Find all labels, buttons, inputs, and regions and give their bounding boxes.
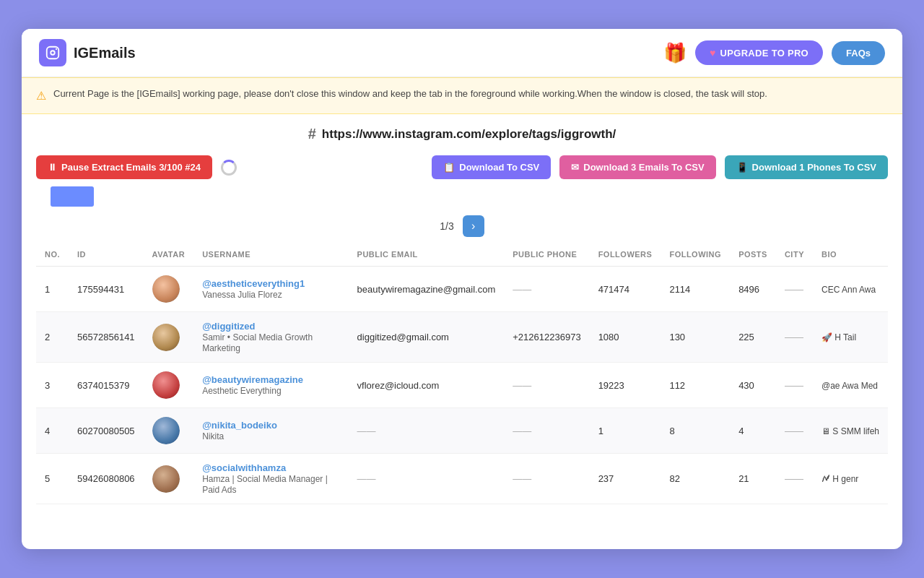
table-row: 4 60270080505 @nikita_bodeiko Nikita —— …	[36, 408, 888, 454]
cell-city: ——	[776, 312, 813, 363]
cell-city: ——	[776, 363, 813, 408]
cell-phone: ——	[504, 267, 589, 312]
cell-posts: 8496	[730, 267, 776, 312]
username-link[interactable]: @diggitized	[202, 321, 339, 332]
cell-username: @nikita_bodeiko Nikita	[193, 408, 348, 454]
cell-followers: 1080	[590, 312, 661, 363]
col-email: PUBLIC EMAIL	[349, 243, 505, 267]
cell-no: 4	[36, 408, 69, 454]
cell-id: 175594431	[69, 267, 144, 312]
col-bio: BIO	[813, 243, 888, 267]
header: IGEmails 🎁 ♥ UPGRADE TO PRO FAQs	[22, 29, 902, 77]
table-row: 5 59426080806 @socialwithhamza Hamza | S…	[36, 454, 888, 504]
download-phones-button[interactable]: 📱 Download 1 Phones To CSV	[725, 155, 888, 179]
col-posts: POSTS	[730, 243, 776, 267]
display-name: Vanessa Julia Florez	[202, 290, 282, 300]
cell-following: 2114	[661, 267, 730, 312]
table-row: 2 56572856141 @diggitized Samir • Social…	[36, 312, 888, 363]
cell-phone: ——	[504, 363, 589, 408]
avatar	[152, 275, 180, 303]
cell-posts: 225	[730, 312, 776, 363]
cell-city: ——	[776, 454, 813, 504]
cell-following: 8	[661, 408, 730, 454]
table-row: 1 175594431 @aestheticeverything1 Vaness…	[36, 267, 888, 312]
table-header-row: NO. ID AVATAR USERNAME PUBLIC EMAIL PUBL…	[36, 243, 888, 267]
username-link[interactable]: @socialwithhamza	[202, 462, 339, 473]
col-avatar: AVATAR	[144, 243, 194, 267]
username-link[interactable]: @nikita_bodeiko	[202, 420, 339, 431]
cell-followers: 471474	[590, 267, 661, 312]
col-following: FOLLOWING	[661, 243, 730, 267]
cell-following: 112	[661, 363, 730, 408]
upgrade-button[interactable]: ♥ UPGRADE TO PRO	[695, 40, 823, 65]
cell-posts: 4	[730, 408, 776, 454]
cell-avatar	[144, 267, 194, 312]
username-link[interactable]: @aestheticeverything1	[202, 278, 339, 289]
cell-id: 59426080806	[69, 454, 144, 504]
username-link[interactable]: @beautywiremagazine	[202, 374, 339, 385]
cell-username: @beautywiremagazine Aesthetic Everything	[193, 363, 348, 408]
cell-bio: @ae Awa Med	[813, 363, 888, 408]
alert-banner: ⚠ Current Page is the [IGEmails] working…	[22, 77, 902, 114]
cell-email: ——	[349, 408, 505, 454]
heart-icon: ♥	[710, 47, 716, 59]
col-followers: FOLLOWERS	[590, 243, 661, 267]
cell-id: 56572856141	[69, 312, 144, 363]
download-csv-button[interactable]: 📋 Download To CSV	[432, 155, 551, 179]
cell-id: 6374015379	[69, 363, 144, 408]
download-csv-icon: 📋	[443, 162, 455, 173]
cell-bio: 🚀 H Tail	[813, 312, 888, 363]
download-emails-icon: ✉	[571, 162, 579, 173]
col-no: NO.	[36, 243, 69, 267]
col-city: CITY	[776, 243, 813, 267]
warning-icon: ⚠	[36, 87, 46, 105]
cell-phone: +212612236973	[504, 312, 589, 363]
cell-followers: 19223	[590, 363, 661, 408]
header-left: IGEmails	[39, 39, 136, 66]
cell-bio: CEC Ann Awa	[813, 267, 888, 312]
cell-following: 130	[661, 312, 730, 363]
header-right: 🎁 ♥ UPGRADE TO PRO FAQs	[663, 40, 885, 65]
col-phone: PUBLIC PHONE	[504, 243, 589, 267]
cell-no: 1	[36, 267, 69, 312]
cell-followers: 237	[590, 454, 661, 504]
cell-city: ——	[776, 408, 813, 454]
svg-point-1	[51, 51, 55, 55]
cell-phone: ——	[504, 454, 589, 504]
faq-button[interactable]: FAQs	[832, 41, 885, 65]
cell-email: ——	[349, 454, 505, 504]
cell-avatar	[144, 454, 194, 504]
col-username: USERNAME	[193, 243, 348, 267]
next-page-button[interactable]: ›	[463, 215, 484, 237]
svg-point-2	[56, 48, 57, 50]
results-table: NO. ID AVATAR USERNAME PUBLIC EMAIL PUBL…	[36, 243, 888, 504]
cell-bio: 🗲 H genr	[813, 454, 888, 504]
loading-spinner	[221, 160, 237, 176]
display-name: Hamza | Social Media Manager | Paid Ads	[202, 474, 328, 495]
download-emails-button[interactable]: ✉ Download 3 Emails To CSV	[559, 155, 715, 179]
cell-following: 82	[661, 454, 730, 504]
gift-icon[interactable]: 🎁	[663, 42, 687, 64]
cell-avatar	[144, 408, 194, 454]
cell-avatar	[144, 363, 194, 408]
cell-posts: 430	[730, 363, 776, 408]
download-phones-icon: 📱	[736, 162, 748, 173]
cell-email: diggitized@gmail.com	[349, 312, 505, 363]
cell-id: 60270080505	[69, 408, 144, 454]
avatar	[152, 371, 180, 399]
toolbar: ⏸ Pause Extract Emails 3/100 #24 📋 Downl…	[22, 148, 902, 186]
cell-avatar	[144, 312, 194, 363]
page-url: https://www.instagram.com/explore/tags/i…	[322, 127, 616, 142]
alert-message: Current Page is the [IGEmails] working p…	[53, 87, 767, 101]
avatar	[152, 417, 180, 444]
hash-icon: #	[308, 126, 316, 142]
display-name: Aesthetic Everything	[202, 386, 281, 396]
cell-no: 5	[36, 454, 69, 504]
cell-username: @aestheticeverything1 Vanessa Julia Flor…	[193, 267, 348, 312]
table-container: NO. ID AVATAR USERNAME PUBLIC EMAIL PUBL…	[22, 243, 902, 519]
cell-email: vflorez@icloud.com	[349, 363, 505, 408]
pause-extract-button[interactable]: ⏸ Pause Extract Emails 3/100 #24	[36, 155, 212, 179]
cell-username: @socialwithhamza Hamza | Social Media Ma…	[193, 454, 348, 504]
cell-no: 3	[36, 363, 69, 408]
table-row: 3 6374015379 @beautywiremagazine Aesthet…	[36, 363, 888, 408]
